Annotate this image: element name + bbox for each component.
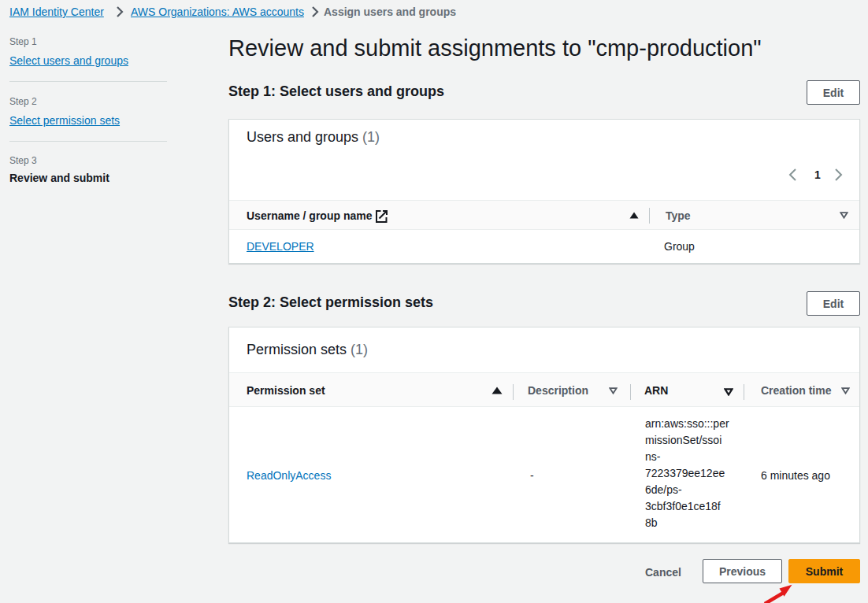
svg-text:1: 1 (814, 168, 821, 181)
